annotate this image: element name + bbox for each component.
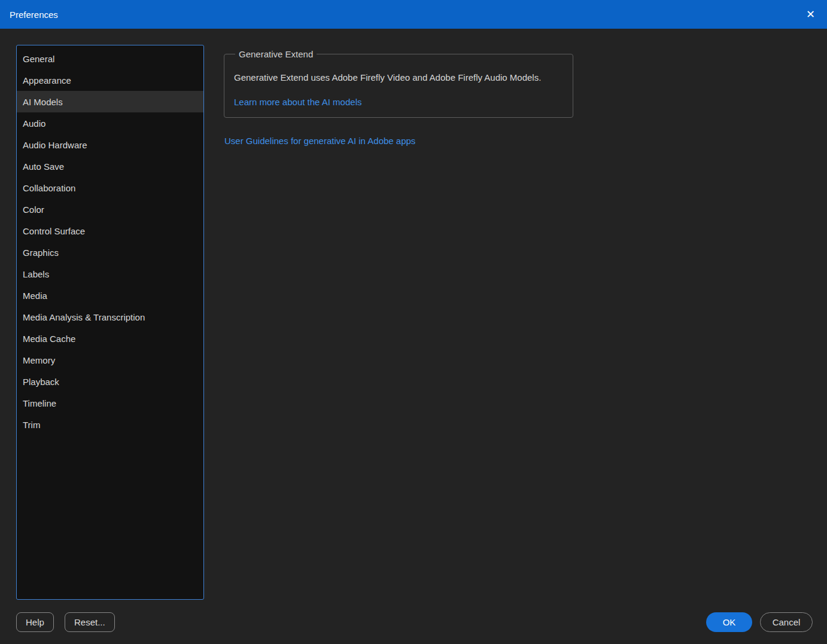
sidebar-item-collaboration[interactable]: Collaboration	[17, 177, 203, 199]
generative-extend-group: Generative Extend Generative Extend uses…	[224, 49, 573, 118]
sidebar-item-audio[interactable]: Audio	[17, 112, 203, 134]
sidebar-item-trim[interactable]: Trim	[17, 414, 203, 435]
learn-more-link[interactable]: Learn more about the AI models	[234, 97, 361, 107]
preferences-dialog: Preferences ✕ GeneralAppearanceAI Models…	[0, 0, 827, 644]
preferences-category-list[interactable]: GeneralAppearanceAI ModelsAudioAudio Har…	[16, 45, 204, 600]
sidebar-item-memory[interactable]: Memory	[17, 349, 203, 371]
sidebar-item-color[interactable]: Color	[17, 199, 203, 220]
sidebar-item-timeline[interactable]: Timeline	[17, 392, 203, 414]
sidebar-item-playback[interactable]: Playback	[17, 371, 203, 392]
close-icon[interactable]: ✕	[804, 8, 817, 21]
title-bar: Preferences ✕	[0, 0, 827, 29]
sidebar-item-media[interactable]: Media	[17, 285, 203, 306]
dialog-title: Preferences	[10, 10, 804, 20]
group-legend: Generative Extend	[235, 49, 317, 59]
group-description: Generative Extend uses Adobe Firefly Vid…	[234, 72, 563, 83]
sidebar-item-ai-models[interactable]: AI Models	[17, 91, 203, 112]
sidebar-item-labels[interactable]: Labels	[17, 263, 203, 285]
sidebar-item-auto-save[interactable]: Auto Save	[17, 155, 203, 177]
cancel-button[interactable]: Cancel	[760, 612, 813, 632]
sidebar-item-control-surface[interactable]: Control Surface	[17, 220, 203, 242]
ok-button[interactable]: OK	[706, 612, 752, 632]
help-button[interactable]: Help	[16, 612, 54, 632]
sidebar-item-appearance[interactable]: Appearance	[17, 69, 203, 91]
sidebar-item-audio-hardware[interactable]: Audio Hardware	[17, 134, 203, 155]
sidebar-item-general[interactable]: General	[17, 48, 203, 69]
sidebar-item-media-cache[interactable]: Media Cache	[17, 328, 203, 349]
user-guidelines-link[interactable]: User Guidelines for generative AI in Ado…	[224, 136, 415, 146]
reset-button[interactable]: Reset...	[65, 612, 115, 632]
sidebar-item-media-analysis-transcription[interactable]: Media Analysis & Transcription	[17, 306, 203, 328]
sidebar-item-graphics[interactable]: Graphics	[17, 242, 203, 263]
